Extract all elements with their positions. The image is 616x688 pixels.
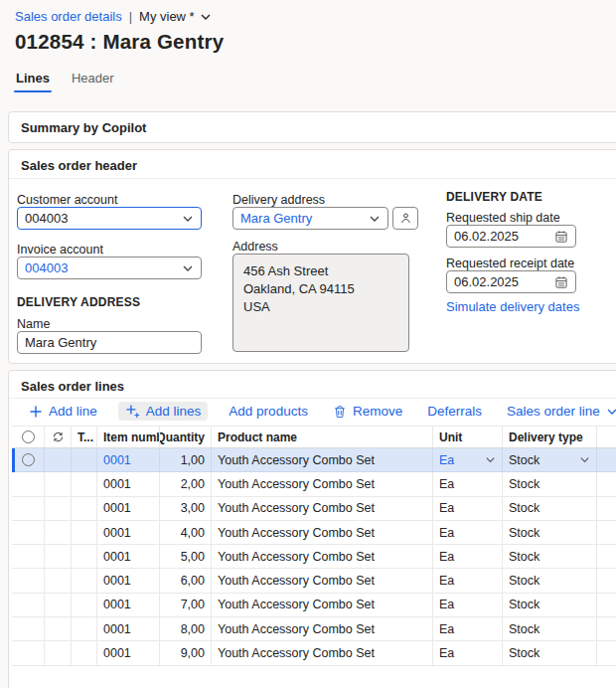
column-header-unit[interactable]: Unit xyxy=(433,426,503,448)
name-input[interactable]: Mara Gentry xyxy=(17,331,202,354)
table-row[interactable]: 0001 4,00 Youth Accessory Combo Set Ea S… xyxy=(12,521,616,545)
row-select-radio[interactable] xyxy=(12,545,45,569)
item-number-cell[interactable]: 0001 xyxy=(97,569,160,593)
requested-receipt-date-input[interactable]: 06.02.2025 xyxy=(446,270,576,293)
calendar-icon[interactable] xyxy=(554,230,568,244)
delivery-type-dropdown[interactable]: Stock xyxy=(503,448,597,472)
add-lines-button[interactable]: Add lines xyxy=(118,402,209,421)
breadcrumb-link[interactable]: Sales order details xyxy=(15,9,122,24)
select-all-radio[interactable] xyxy=(12,426,45,448)
row-select-radio[interactable] xyxy=(12,448,45,472)
row-select-radio[interactable] xyxy=(12,617,45,641)
delivery-type-cell[interactable]: Stock xyxy=(503,594,597,617)
row-select-radio[interactable] xyxy=(12,594,45,617)
table-row[interactable]: 0001 1,00 Youth Accessory Combo Set Ea S… xyxy=(12,448,616,472)
item-number-link[interactable]: 0001 xyxy=(97,448,160,472)
quantity-cell[interactable]: 6,00 xyxy=(160,569,212,593)
column-header-quantity[interactable]: Quantity xyxy=(160,426,212,448)
product-name-cell[interactable]: Youth Accessory Combo Set xyxy=(212,641,433,665)
product-name-cell[interactable]: Youth Accessory Combo Set xyxy=(212,569,433,593)
column-header-type[interactable]: T... xyxy=(72,426,97,448)
tab-header[interactable]: Header xyxy=(72,71,114,92)
column-header-item-number[interactable]: Item number xyxy=(97,426,160,448)
table-row[interactable]: 0001 8,00 Youth Accessory Combo Set Ea S… xyxy=(12,617,616,641)
add-line-button[interactable]: Add line xyxy=(25,402,101,421)
delivery-type-cell[interactable]: Stock xyxy=(503,617,597,641)
product-name-cell[interactable]: Youth Accessory Combo Set xyxy=(212,521,433,545)
row-select-radio[interactable] xyxy=(12,521,45,545)
unit-cell[interactable]: Ea xyxy=(433,617,503,641)
unit-cell[interactable]: Ea xyxy=(433,569,503,593)
address-textarea[interactable]: 456 Ash Street Oakland, CA 94115 USA xyxy=(232,254,409,352)
item-number-cell[interactable]: 0001 xyxy=(97,641,160,665)
simulate-delivery-dates-link[interactable]: Simulate delivery dates xyxy=(446,299,579,314)
product-name-cell[interactable]: Youth Accessory Combo Set xyxy=(212,617,433,641)
quantity-cell[interactable]: 4,00 xyxy=(160,521,212,545)
delivery-type-cell[interactable]: Stock xyxy=(503,641,597,665)
table-row[interactable]: 0001 5,00 Youth Accessory Combo Set Ea S… xyxy=(12,545,616,569)
delivery-type-cell[interactable]: Stock xyxy=(503,472,597,496)
quantity-cell[interactable]: 3,00 xyxy=(160,497,212,521)
product-name-cell[interactable]: Youth Accessory Combo Set xyxy=(212,472,433,496)
item-number-cell[interactable]: 0001 xyxy=(97,497,160,521)
unit-dropdown[interactable]: Ea xyxy=(433,448,503,472)
table-row[interactable]: 0001 2,00 Youth Accessory Combo Set Ea S… xyxy=(12,472,616,496)
unit-cell[interactable]: Ea xyxy=(433,594,503,617)
quantity-cell[interactable]: 1,00 xyxy=(160,448,212,472)
row-select-radio[interactable] xyxy=(12,641,45,665)
item-number-cell[interactable]: 0001 xyxy=(97,545,160,569)
product-name-cell[interactable]: Youth Accessory Combo Set xyxy=(212,545,433,569)
delivery-address-combobox[interactable]: Mara Gentry xyxy=(232,207,388,230)
quantity-cell[interactable]: 2,00 xyxy=(160,472,212,496)
product-name-cell[interactable]: Youth Accessory Combo Set xyxy=(212,497,433,521)
invoice-account-combobox[interactable]: 004003 xyxy=(17,257,202,279)
unit-cell[interactable]: Ea xyxy=(433,641,503,665)
delivery-address-value[interactable]: Mara Gentry xyxy=(240,211,369,226)
chevron-down-icon[interactable] xyxy=(182,262,194,274)
product-name-cell[interactable]: Youth Accessory Combo Set xyxy=(212,448,433,472)
table-row[interactable]: 0001 3,00 Youth Accessory Combo Set Ea S… xyxy=(12,497,616,521)
column-header-product-name[interactable]: Product name xyxy=(212,426,433,448)
view-selector[interactable]: My view * xyxy=(139,9,212,24)
delivery-type-cell[interactable]: Stock xyxy=(503,521,597,545)
address-contact-button[interactable] xyxy=(392,207,418,230)
item-number-cell[interactable]: 0001 xyxy=(97,617,160,641)
quantity-cell[interactable]: 9,00 xyxy=(160,641,212,665)
chevron-down-icon xyxy=(579,454,590,465)
delivery-type-cell[interactable]: Stock xyxy=(503,497,597,521)
row-select-radio[interactable] xyxy=(12,472,45,496)
item-number-cell[interactable]: 0001 xyxy=(97,521,160,545)
chevron-down-icon[interactable] xyxy=(182,213,194,225)
product-name-cell[interactable]: Youth Accessory Combo Set xyxy=(212,594,433,617)
table-row[interactable]: 0001 7,00 Youth Accessory Combo Set Ea S… xyxy=(12,594,616,617)
item-number-cell[interactable]: 0001 xyxy=(97,594,160,617)
chevron-down-icon[interactable] xyxy=(369,213,381,225)
item-number-cell[interactable]: 0001 xyxy=(97,472,160,496)
customer-account-combobox[interactable]: 004003 xyxy=(17,207,202,230)
sales-order-lines-grid: T... Item number Quantity Product name U… xyxy=(12,426,616,666)
unit-cell[interactable]: Ea xyxy=(433,521,503,545)
delivery-type-cell[interactable]: Stock xyxy=(503,545,597,569)
tab-lines[interactable]: Lines xyxy=(16,71,50,92)
quantity-cell[interactable]: 8,00 xyxy=(160,617,212,641)
unit-cell[interactable]: Ea xyxy=(433,497,503,521)
deferrals-button[interactable]: Deferrals xyxy=(423,402,486,421)
quantity-cell[interactable]: 7,00 xyxy=(160,594,212,617)
copilot-summary-section[interactable]: Summary by Copilot xyxy=(8,111,616,143)
add-products-button[interactable]: Add products xyxy=(225,402,312,421)
quantity-cell[interactable]: 5,00 xyxy=(160,545,212,569)
refresh-column-header[interactable] xyxy=(45,426,72,448)
unit-cell[interactable]: Ea xyxy=(433,472,503,496)
row-select-radio[interactable] xyxy=(12,569,45,593)
requested-ship-date-input[interactable]: 06.02.2025 xyxy=(446,225,576,248)
row-select-radio[interactable] xyxy=(12,497,45,521)
delivery-type-cell[interactable]: Stock xyxy=(503,569,597,593)
table-row[interactable]: 0001 6,00 Youth Accessory Combo Set Ea S… xyxy=(12,569,616,593)
column-header-delivery-type[interactable]: Delivery type xyxy=(503,426,597,448)
invoice-account-value[interactable]: 004003 xyxy=(25,260,182,275)
remove-button[interactable]: Remove xyxy=(329,402,406,421)
sales-order-line-menu[interactable]: Sales order line xyxy=(503,402,616,421)
unit-cell[interactable]: Ea xyxy=(433,545,503,569)
calendar-icon[interactable] xyxy=(554,275,568,289)
table-row[interactable]: 0001 9,00 Youth Accessory Combo Set Ea S… xyxy=(12,641,616,665)
